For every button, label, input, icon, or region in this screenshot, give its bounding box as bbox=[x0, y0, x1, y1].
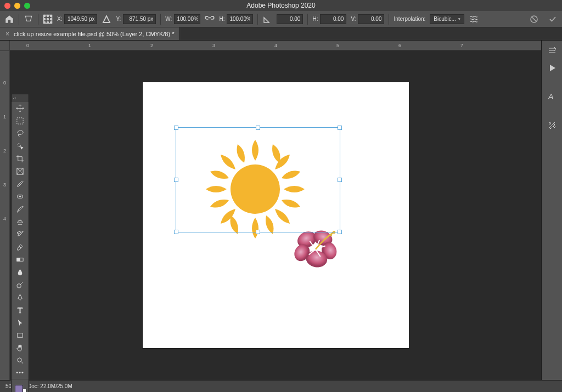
tab-title: click up resize example file.psd @ 50% (… bbox=[14, 31, 174, 37]
color-swatches[interactable] bbox=[12, 380, 29, 392]
transform-handle-br[interactable] bbox=[338, 230, 342, 234]
brush-tool[interactable] bbox=[12, 203, 29, 215]
h-input[interactable] bbox=[227, 14, 253, 24]
h-label: H: bbox=[219, 16, 224, 22]
home-button[interactable] bbox=[4, 14, 14, 24]
healing-brush-tool[interactable] bbox=[12, 190, 29, 203]
app-title: Adobe Photoshop 2020 bbox=[246, 2, 315, 9]
blur-tool[interactable] bbox=[12, 266, 29, 279]
titlebar: Adobe Photoshop 2020 bbox=[0, 0, 562, 11]
warp-mode-icon[interactable] bbox=[469, 14, 479, 24]
svg-point-17 bbox=[17, 284, 21, 288]
skew-h-label: H: bbox=[312, 16, 318, 22]
document-tabs: × click up resize example file.psd @ 50%… bbox=[0, 27, 562, 41]
document-tab[interactable]: × click up resize example file.psd @ 50%… bbox=[0, 27, 180, 40]
crop-tool[interactable] bbox=[12, 152, 29, 165]
type-tool[interactable] bbox=[12, 304, 29, 316]
reference-point-icon[interactable] bbox=[43, 14, 53, 24]
svg-point-1 bbox=[44, 15, 46, 16]
zoom-tool[interactable] bbox=[12, 354, 29, 367]
vertical-ruler[interactable]: 0 1 2 3 4 bbox=[0, 41, 10, 380]
play-icon[interactable] bbox=[545, 61, 559, 75]
transform-handle-tm[interactable] bbox=[256, 126, 260, 130]
toolbox-header[interactable]: ‹‹ bbox=[12, 94, 29, 102]
svg-point-4 bbox=[44, 18, 46, 20]
skew-v-label: V: bbox=[351, 16, 356, 22]
angle-icon bbox=[262, 14, 272, 24]
y-label: Y: bbox=[116, 16, 121, 22]
svg-point-27 bbox=[330, 234, 332, 236]
eraser-tool[interactable] bbox=[12, 241, 29, 253]
pen-tool[interactable] bbox=[12, 291, 29, 304]
move-tool[interactable] bbox=[12, 102, 29, 115]
angle-input[interactable] bbox=[277, 14, 303, 24]
svg-point-19 bbox=[18, 358, 22, 362]
svg-text:A: A bbox=[548, 92, 553, 101]
path-select-tool[interactable] bbox=[12, 316, 29, 329]
svg-point-12 bbox=[18, 144, 21, 147]
interpolation-dropdown[interactable]: Bicubic... ▾ bbox=[430, 14, 464, 24]
transform-handle-tl[interactable] bbox=[174, 126, 178, 130]
y-input[interactable] bbox=[123, 14, 156, 24]
transform-handle-ml[interactable] bbox=[174, 178, 178, 182]
svg-rect-16 bbox=[17, 258, 20, 262]
marquee-tool[interactable] bbox=[12, 115, 29, 127]
frame-tool[interactable] bbox=[12, 165, 29, 178]
flower-artwork bbox=[291, 228, 340, 269]
skew-v-input[interactable] bbox=[358, 14, 384, 24]
close-window-button[interactable] bbox=[4, 3, 10, 9]
w-label: W: bbox=[165, 16, 172, 22]
gradient-tool[interactable] bbox=[12, 253, 29, 266]
skew-h-input[interactable] bbox=[320, 14, 346, 24]
svg-point-3 bbox=[50, 15, 52, 16]
panel-menu-icon[interactable] bbox=[545, 44, 559, 57]
tool-palette[interactable]: ‹‹ ••• bbox=[11, 94, 29, 392]
transform-handle-bl[interactable] bbox=[174, 230, 178, 234]
foreground-color-swatch[interactable] bbox=[15, 385, 23, 392]
transform-handle-mr[interactable] bbox=[338, 178, 342, 182]
document-canvas[interactable] bbox=[143, 82, 409, 348]
transform-tool-icon[interactable] bbox=[24, 14, 33, 24]
svg-rect-18 bbox=[18, 333, 23, 338]
collapse-left-icon: ‹‹ bbox=[13, 96, 16, 101]
options-bar: X: Y: W: H: H: bbox=[0, 11, 562, 27]
interp-value: Bicubic... bbox=[434, 16, 456, 22]
tool-presets-icon[interactable] bbox=[545, 118, 559, 132]
minimize-window-button[interactable] bbox=[14, 3, 20, 9]
svg-point-6 bbox=[50, 18, 52, 20]
transform-handle-bm[interactable] bbox=[256, 230, 260, 234]
cancel-transform-button[interactable] bbox=[529, 14, 539, 24]
clone-stamp-tool[interactable] bbox=[12, 215, 29, 228]
x-input[interactable] bbox=[64, 14, 97, 24]
svg-rect-11 bbox=[17, 118, 23, 124]
svg-point-5 bbox=[47, 18, 49, 20]
svg-point-8 bbox=[47, 21, 49, 23]
link-aspect-icon[interactable] bbox=[205, 14, 215, 24]
svg-point-2 bbox=[47, 15, 49, 16]
commit-transform-button[interactable] bbox=[548, 14, 558, 24]
horizontal-ruler[interactable]: 0 1 2 3 4 5 6 7 bbox=[10, 41, 541, 50]
w-input[interactable] bbox=[174, 14, 200, 24]
right-panel-dock: A bbox=[541, 41, 562, 380]
dodge-tool[interactable] bbox=[12, 279, 29, 291]
delta-icon[interactable] bbox=[102, 14, 111, 24]
character-panel-icon[interactable]: A bbox=[545, 90, 559, 103]
lasso-tool[interactable] bbox=[12, 127, 29, 140]
svg-point-7 bbox=[44, 21, 46, 23]
transform-bounding-box[interactable] bbox=[176, 127, 340, 232]
maximize-window-button[interactable] bbox=[24, 3, 30, 9]
svg-point-9 bbox=[50, 21, 52, 23]
transform-handle-tr[interactable] bbox=[338, 126, 342, 130]
edit-toolbar-button[interactable]: ••• bbox=[12, 367, 29, 379]
rectangle-tool[interactable] bbox=[12, 329, 29, 342]
quick-select-tool[interactable] bbox=[12, 140, 29, 152]
doc-size[interactable]: Doc: 22.0M/25.0M bbox=[27, 383, 72, 389]
close-tab-icon[interactable]: × bbox=[5, 31, 9, 37]
canvas-area[interactable] bbox=[10, 50, 541, 380]
x-label: X: bbox=[57, 16, 62, 22]
history-brush-tool[interactable] bbox=[12, 228, 29, 241]
hand-tool[interactable] bbox=[12, 342, 29, 354]
status-bar: 50% Doc: 22.0M/25.0M bbox=[0, 380, 562, 392]
interp-label: Interpolation: bbox=[394, 16, 425, 22]
eyedropper-tool[interactable] bbox=[12, 178, 29, 190]
